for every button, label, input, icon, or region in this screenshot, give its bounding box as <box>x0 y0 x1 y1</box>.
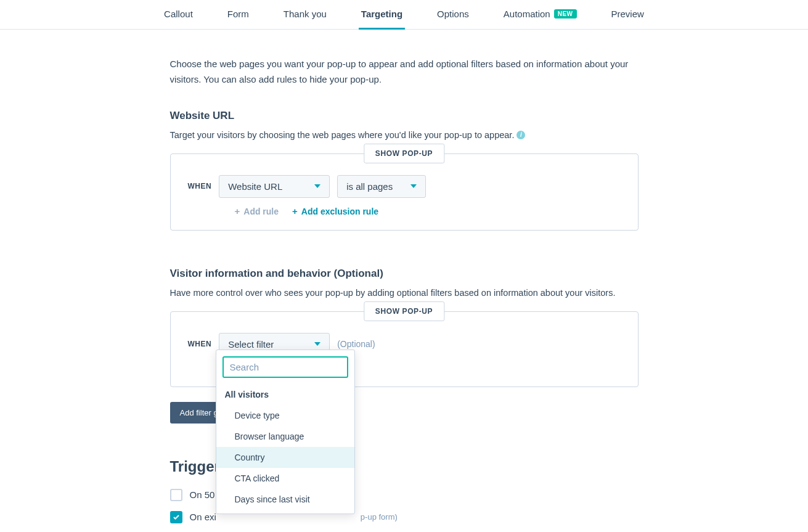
visitor-subtitle-text: Have more control over who sees your pop… <box>170 286 616 300</box>
url-actions-row: + Add rule + Add exclusion rule <box>188 207 621 216</box>
tab-thank-you[interactable]: Thank you <box>281 0 329 29</box>
tab-automation[interactable]: Automation NEW <box>501 0 579 29</box>
trigger-on-scroll-label: On 50 <box>190 489 215 500</box>
website-url-subtitle: Target your visitors by choosing the web… <box>170 128 526 142</box>
trigger-on-scroll-checkbox[interactable] <box>170 489 182 501</box>
optional-hint: (Optional) <box>337 339 375 349</box>
new-badge: NEW <box>554 9 577 18</box>
add-exclusion-label: Add exclusion rule <box>301 207 378 216</box>
filter-dropdown: All visitors Device type Browser languag… <box>216 350 355 514</box>
when-label: WHEN <box>188 340 212 348</box>
visitor-section-title: Visitor information and behavior (Option… <box>170 268 639 280</box>
url-match-select[interactable]: is all pages <box>337 175 426 198</box>
tab-label: Options <box>437 9 469 19</box>
select-value: Select filter <box>228 339 274 350</box>
plus-icon: + <box>292 207 298 216</box>
when-label: WHEN <box>188 182 212 190</box>
chevron-down-icon <box>314 184 320 188</box>
tab-label: Form <box>227 9 249 19</box>
tab-preview[interactable]: Preview <box>609 0 647 29</box>
tab-label: Targeting <box>361 9 402 19</box>
tab-targeting[interactable]: Targeting <box>359 0 405 29</box>
url-fieldset-legend: SHOW POP-UP <box>364 144 444 163</box>
select-value: Website URL <box>228 181 282 192</box>
filter-option-browser-language[interactable]: Browser language <box>216 426 354 447</box>
filter-options-list: All visitors Device type Browser languag… <box>216 384 354 514</box>
filter-option-cta-clicked[interactable]: CTA clicked <box>216 468 354 489</box>
add-rule-label: Add rule <box>243 207 279 216</box>
filter-option-days-since[interactable]: Days since last visit <box>216 489 354 510</box>
website-url-subtitle-text: Target your visitors by choosing the web… <box>170 128 515 142</box>
url-fieldset: SHOW POP-UP WHEN Website URL is all page… <box>170 153 639 231</box>
url-rule-row: WHEN Website URL is all pages <box>188 175 621 198</box>
tab-options[interactable]: Options <box>435 0 471 29</box>
search-input[interactable] <box>230 362 347 372</box>
page-content: Choose the web pages you want your pop-u… <box>170 30 639 532</box>
tab-bar: Callout Form Thank you Targeting Options… <box>0 0 808 30</box>
add-rule-button[interactable]: + Add rule <box>235 207 279 216</box>
visitor-section-subtitle: Have more control over who sees your pop… <box>170 286 616 300</box>
tab-callout[interactable]: Callout <box>161 0 195 29</box>
visitor-fieldset-legend: SHOW POP-UP <box>364 301 444 321</box>
info-icon[interactable]: i <box>516 131 525 139</box>
tab-label: Thank you <box>284 9 327 19</box>
url-condition-select[interactable]: Website URL <box>219 175 330 198</box>
tab-label: Callout <box>164 9 193 19</box>
website-url-title: Website URL <box>170 110 639 122</box>
add-exclusion-rule-button[interactable]: + Add exclusion rule <box>292 207 378 216</box>
trigger-on-exit-checkbox[interactable] <box>170 511 182 523</box>
tab-label: Automation <box>504 9 550 19</box>
intro-text: Choose the web pages you want your pop-u… <box>170 57 639 88</box>
trigger-on-exit-hint: p-up form) <box>361 512 398 522</box>
filter-option-country[interactable]: Country <box>216 447 354 468</box>
trigger-on-exit-label: On exi <box>190 512 216 522</box>
filter-option-device-type[interactable]: Device type <box>216 405 354 426</box>
plus-icon: + <box>235 207 240 216</box>
url-fieldset-wrap: SHOW POP-UP WHEN Website URL is all page… <box>170 153 639 231</box>
chevron-down-icon <box>314 342 320 346</box>
tab-form[interactable]: Form <box>225 0 251 29</box>
search-box[interactable] <box>222 356 348 378</box>
tabs-container: Callout Form Thank you Targeting Options… <box>161 0 647 29</box>
visitor-fieldset-wrap: SHOW POP-UP WHEN Select filter (Optional… <box>170 311 639 387</box>
tab-label: Preview <box>611 9 644 19</box>
chevron-down-icon <box>410 184 417 188</box>
select-value: is all pages <box>346 181 393 192</box>
filter-option-all-visitors[interactable]: All visitors <box>216 384 354 405</box>
search-wrap <box>216 350 354 384</box>
